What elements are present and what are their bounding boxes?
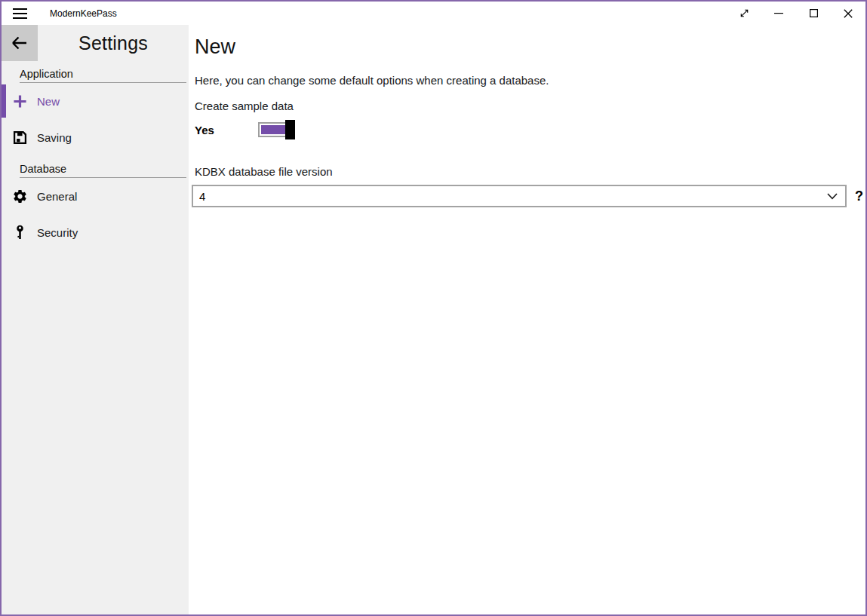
back-button[interactable] [2,25,38,61]
sample-data-label: Create sample data [195,100,863,113]
toggle-thumb [285,120,295,139]
minimize-button[interactable] [761,2,796,25]
back-arrow-icon [11,36,28,50]
plus-icon [12,93,28,109]
section-label-database: Database [20,163,186,178]
kdbx-version-row: 4 ? [195,185,863,207]
kdbx-version-label: KDBX database file version [195,165,863,179]
sample-data-row: Yes [195,119,863,140]
kdbx-version-value: 4 [199,190,827,203]
sidebar-item-security[interactable]: Security [2,214,189,250]
titlebar-spacer [117,2,727,25]
page-title: New [195,35,863,59]
close-icon [844,9,853,18]
gear-icon [12,188,28,204]
toggle-fill [261,125,287,134]
sidebar-header: Settings [2,25,189,61]
fullscreen-button[interactable] [727,2,761,25]
settings-new-page: New Here, you can change some default op… [189,25,867,614]
chevron-down-icon [827,193,838,200]
settings-sidebar: Settings Application New Saving [2,25,189,614]
page-description: Here, you can change some default option… [195,74,863,87]
hamburger-menu-button[interactable] [2,2,38,25]
titlebar: ModernKeePass [2,2,865,25]
save-icon [12,130,28,146]
key-icon [12,225,28,241]
kdbx-version-select[interactable]: 4 [192,185,847,207]
sidebar-item-new[interactable]: New [2,83,189,119]
maximize-icon [810,9,818,17]
close-button[interactable] [831,2,865,25]
sidebar-item-general[interactable]: General [2,178,189,214]
window-title: ModernKeePass [50,8,117,19]
app-window: ModernKeePass Settings [0,0,867,616]
section-label-application: Application [20,68,186,83]
sidebar-item-label: Saving [37,131,72,144]
sidebar-title: Settings [38,25,189,61]
sample-data-toggle[interactable] [258,120,295,139]
sidebar-item-label: New [37,95,60,108]
sidebar-item-saving[interactable]: Saving [2,119,189,155]
maximize-button[interactable] [796,2,831,25]
sidebar-item-label: General [37,190,77,203]
hamburger-icon [13,8,27,19]
help-button[interactable]: ? [855,188,863,204]
minimize-icon [774,13,783,14]
sidebar-item-label: Security [37,226,78,239]
fullscreen-icon [739,8,750,19]
toggle-state-label: Yes [195,124,258,136]
